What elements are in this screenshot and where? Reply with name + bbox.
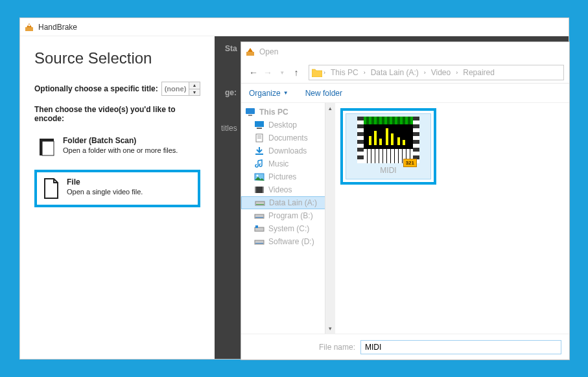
tree-label: Program (B:) [268, 211, 313, 220]
source-heading: Source Selection [34, 49, 200, 67]
svg-rect-4 [248, 115, 252, 116]
filename-row: File name: [241, 334, 569, 360]
chevron-right-icon: › [364, 69, 366, 76]
chevron-right-icon: › [424, 69, 426, 76]
handbrake-app-icon [245, 47, 255, 57]
tree-item-software[interactable]: Software (D:) [241, 235, 335, 248]
instruction-text: Then choose the video(s) you'd like to e… [34, 105, 200, 123]
organize-label: Organize [249, 89, 281, 98]
breadcrumb-segment[interactable]: Repaired [459, 68, 499, 77]
handbrake-window: HandBrake Sta ge: ▸ titles Open [19, 17, 569, 360]
breadcrumb-bar[interactable]: › This PC › Data Lain (A:) › Video › Rep… [309, 65, 564, 80]
source-selection-panel: Source Selection Optionally choose a spe… [20, 36, 215, 359]
chevron-right-icon: › [323, 69, 325, 76]
tree-item-program[interactable]: Program (B:) [241, 209, 335, 222]
svg-rect-5 [255, 121, 264, 127]
chevron-down-icon: ▼ [283, 90, 288, 96]
back-button[interactable]: ← [246, 65, 261, 80]
handbrake-app-icon [24, 22, 34, 32]
tree-item-downloads[interactable]: Downloads [241, 144, 335, 157]
tree-label: Desktop [268, 120, 297, 130]
folder-choice[interactable]: Folder (Batch Scan) Open a folder with o… [34, 131, 200, 163]
download-icon [254, 146, 265, 155]
recent-dropdown[interactable]: ▾ [275, 65, 289, 80]
file-icon [42, 177, 60, 200]
spinner-down[interactable]: ▼ [189, 89, 200, 96]
chevron-right-icon: › [456, 69, 458, 76]
svg-rect-25 [42, 141, 54, 155]
new-folder-label: New folder [305, 89, 342, 98]
optional-title-label: Optionally choose a specific title: [34, 84, 158, 93]
svg-rect-15 [263, 187, 264, 193]
dialog-titlebar: Open [241, 42, 569, 62]
file-list-pane[interactable]: 321 MIDI [335, 103, 569, 334]
svg-rect-19 [255, 217, 263, 218]
file-highlight-box: 321 MIDI [340, 108, 436, 185]
tree-label: Downloads [268, 146, 307, 155]
disabled-background: Sta ge: ▸ titles Open ← → ▾ [215, 36, 569, 359]
svg-rect-14 [255, 187, 256, 193]
system-drive-icon [254, 224, 265, 233]
scroll-track[interactable] [325, 113, 335, 323]
bg-ge-label: ge: [220, 88, 237, 97]
folder-icon [312, 68, 322, 77]
scroll-up-icon[interactable]: ▴ [325, 103, 335, 113]
forward-button[interactable]: → [261, 65, 275, 80]
tree-label: Data Lain (A:) [269, 198, 317, 207]
tree-label: System (C:) [268, 224, 309, 233]
file-choice-highlight: File Open a single video file. [34, 170, 200, 207]
tree-item-desktop[interactable]: Desktop [241, 119, 335, 131]
scroll-down-icon[interactable]: ▾ [325, 323, 335, 334]
tree-label: This PC [259, 108, 288, 117]
breadcrumb-segment[interactable]: This PC [327, 68, 362, 77]
folder-choice-desc: Open a folder with one or more files. [63, 146, 178, 155]
tree-label: Pictures [268, 172, 296, 181]
organize-menu[interactable]: Organize ▼ [249, 89, 288, 98]
svg-rect-23 [255, 243, 263, 244]
optional-title-row: Optionally choose a specific title: (non… [34, 82, 200, 96]
spinner-up[interactable]: ▲ [189, 82, 200, 89]
dialog-body: This PC Desktop Documents Downloads [241, 103, 569, 334]
breadcrumb-segment[interactable]: Data Lain (A:) [367, 68, 423, 77]
up-button[interactable]: ↑ [289, 65, 303, 80]
svg-rect-13 [255, 187, 264, 193]
tree-label: Documents [268, 133, 308, 143]
drive-icon [254, 237, 265, 246]
tree-item-music[interactable]: Music [241, 157, 335, 170]
breadcrumb-segment[interactable]: Video [427, 68, 454, 77]
filename-label: File name: [319, 343, 355, 352]
tree-label: Music [268, 159, 288, 168]
svg-rect-0 [25, 27, 33, 31]
navigation-row: ← → ▾ ↑ › This PC › Data Lain (A:) › Vid… [241, 62, 569, 84]
tree-item-data-lain[interactable]: Data Lain (A:) [241, 196, 335, 209]
file-choice-title: File [67, 177, 143, 187]
file-choice[interactable]: File Open a single video file. [40, 176, 195, 201]
svg-rect-6 [257, 128, 262, 129]
svg-rect-2 [246, 52, 254, 56]
videos-icon [254, 185, 265, 194]
music-icon [254, 159, 265, 168]
new-folder-button[interactable]: New folder [305, 89, 342, 98]
tree-item-documents[interactable]: Documents [241, 131, 335, 144]
file-item-midi[interactable]: 321 MIDI [346, 113, 431, 179]
spinner-value: (none) [162, 82, 189, 95]
tree-root-this-pc[interactable]: This PC [241, 106, 335, 119]
title-spinner[interactable]: (none) ▲ ▼ [161, 82, 200, 96]
svg-rect-10 [255, 154, 263, 155]
file-choice-desc: Open a single video file. [67, 188, 143, 196]
tree-item-system[interactable]: System (C:) [241, 222, 335, 235]
svg-rect-18 [255, 214, 264, 218]
folder-tree[interactable]: This PC Desktop Documents Downloads [241, 103, 335, 334]
filename-input[interactable] [360, 340, 561, 354]
desktop-icon [254, 120, 265, 130]
pc-icon [245, 108, 255, 117]
svg-point-12 [257, 175, 259, 177]
app-title: HandBrake [38, 23, 77, 32]
tree-item-videos[interactable]: Videos [241, 183, 335, 196]
tree-item-pictures[interactable]: Pictures [241, 170, 335, 183]
pictures-icon [254, 172, 265, 181]
codec-badge: 321 [403, 159, 417, 167]
open-file-dialog: Open ← → ▾ ↑ › This PC › Data Lain (A:) [241, 41, 570, 360]
tree-scrollbar[interactable]: ▴ ▾ [325, 103, 335, 334]
dialog-title: Open [259, 47, 278, 56]
